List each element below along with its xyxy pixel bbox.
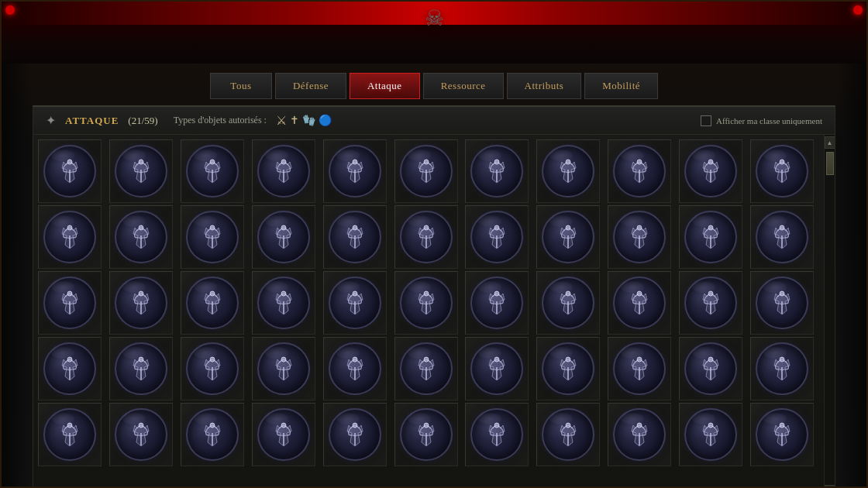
item-cell[interactable] [181, 337, 244, 400]
item-cell[interactable] [750, 337, 814, 400]
svg-point-91 [139, 423, 143, 428]
item-cell[interactable] [38, 205, 102, 269]
skill-orb [470, 342, 523, 395]
item-cell[interactable] [109, 139, 173, 203]
svg-point-75 [353, 357, 357, 362]
item-cell[interactable] [536, 403, 600, 466]
item-cell[interactable] [109, 271, 173, 335]
skill-orb [684, 145, 737, 198]
class-filter-checkbox[interactable] [701, 115, 711, 126]
item-cell[interactable] [38, 337, 102, 400]
tab-defense[interactable]: Défense [275, 73, 346, 99]
item-cell[interactable] [109, 403, 173, 466]
skill-orb [470, 408, 523, 461]
move-icon[interactable]: ✦ [46, 113, 56, 128]
skill-orb [186, 277, 239, 329]
item-cell[interactable] [323, 337, 387, 400]
tab-navigation: Tous Défense Attaque Ressource Attributs… [2, 64, 866, 105]
item-cell[interactable] [536, 337, 600, 400]
item-cell[interactable] [750, 205, 814, 269]
item-cell[interactable] [608, 139, 671, 203]
item-cell[interactable] [750, 271, 814, 335]
tab-mobilite[interactable]: Mobilité [584, 73, 658, 99]
item-cell[interactable] [536, 205, 600, 269]
item-cell[interactable] [750, 403, 814, 466]
item-cell[interactable] [323, 271, 387, 335]
item-cell[interactable] [252, 337, 315, 400]
item-cell[interactable] [536, 271, 600, 335]
item-cell[interactable] [38, 403, 102, 466]
grid-container: ▲ ▼ [33, 135, 835, 488]
item-cell[interactable] [181, 271, 244, 335]
skill-orb [613, 277, 666, 329]
item-cell[interactable] [323, 205, 387, 269]
svg-point-39 [637, 225, 642, 230]
skill-orb [613, 211, 666, 263]
item-cell[interactable] [394, 205, 458, 269]
item-cell[interactable] [394, 139, 458, 203]
item-cell[interactable] [750, 139, 814, 203]
skill-orb [684, 342, 737, 395]
tab-attaque[interactable]: Attaque [350, 73, 420, 99]
item-cell[interactable] [679, 205, 742, 269]
svg-point-63 [708, 291, 713, 296]
skill-orb [115, 277, 167, 329]
item-cell[interactable] [394, 403, 458, 466]
svg-point-73 [281, 357, 286, 362]
item-cell[interactable] [465, 403, 529, 466]
item-cell[interactable] [252, 139, 315, 203]
item-cell[interactable] [608, 205, 671, 269]
scroll-up-button[interactable]: ▲ [825, 136, 835, 149]
item-cell[interactable] [465, 271, 529, 335]
svg-point-71 [210, 357, 215, 362]
skill-orb [186, 145, 239, 198]
skill-orb [329, 342, 381, 395]
item-cell[interactable] [109, 337, 173, 400]
svg-point-3 [139, 160, 143, 164]
skill-orb [542, 211, 594, 263]
scrollbar-thumb[interactable] [826, 152, 834, 175]
skill-orb [43, 211, 96, 263]
item-cell[interactable] [679, 403, 742, 466]
item-cell[interactable] [38, 139, 102, 203]
item-cell[interactable] [536, 139, 600, 203]
item-cell[interactable] [679, 337, 742, 400]
item-cell[interactable] [679, 271, 742, 335]
item-cell[interactable] [181, 403, 244, 466]
item-cell[interactable] [252, 271, 315, 335]
scrollbar-track: ▲ ▼ [824, 135, 835, 488]
item-cell[interactable] [679, 139, 742, 203]
skill-orb [613, 145, 666, 198]
scroll-down-button[interactable]: ▼ [825, 485, 835, 488]
item-cell[interactable] [394, 271, 458, 335]
svg-point-25 [139, 225, 143, 230]
svg-point-67 [67, 357, 72, 362]
skill-orb [756, 277, 808, 329]
item-cell[interactable] [608, 271, 671, 335]
item-cell[interactable] [252, 205, 315, 269]
item-cell[interactable] [181, 139, 244, 203]
content-panel: ✦ ATTAQUE (21/59) Types d'objets autoris… [33, 105, 835, 488]
svg-point-103 [566, 423, 570, 428]
item-cell[interactable] [252, 403, 315, 466]
skill-orb [613, 408, 666, 461]
class-filter-label[interactable]: Afficher ma classe uniquement [701, 115, 822, 126]
svg-point-101 [494, 423, 499, 428]
item-cell[interactable] [465, 205, 529, 269]
item-cell[interactable] [323, 139, 387, 203]
skill-orb [43, 342, 96, 395]
tab-ressource[interactable]: Ressource [423, 73, 504, 99]
item-cell[interactable] [608, 403, 671, 466]
item-cell[interactable] [323, 403, 387, 466]
checkbox-text: Afficher ma classe uniquement [716, 116, 822, 125]
tab-attributs[interactable]: Attributs [507, 73, 582, 99]
item-cell[interactable] [38, 271, 102, 335]
item-cell[interactable] [608, 337, 671, 400]
svg-point-83 [637, 357, 642, 362]
item-cell[interactable] [394, 337, 458, 400]
item-cell[interactable] [465, 139, 529, 203]
item-cell[interactable] [181, 205, 244, 269]
tab-tous[interactable]: Tous [210, 73, 272, 99]
item-cell[interactable] [109, 205, 173, 269]
item-cell[interactable] [465, 337, 529, 400]
